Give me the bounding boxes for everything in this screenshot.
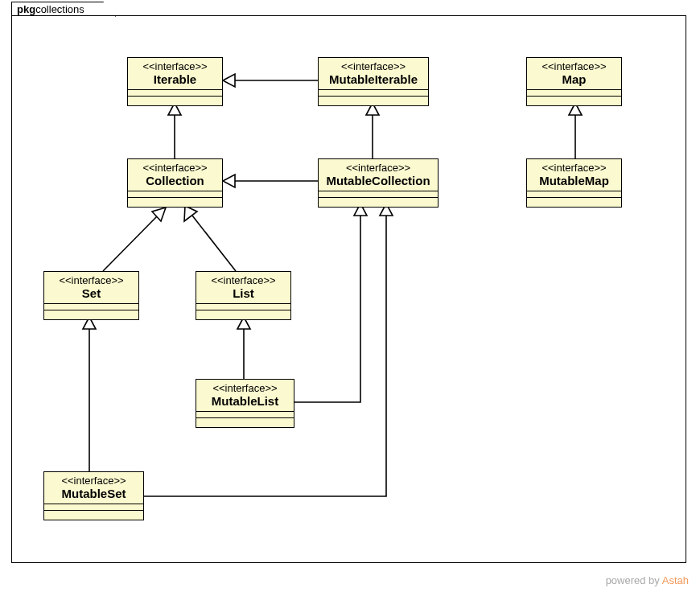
stereotype: <<interface>> <box>319 58 428 72</box>
footer-brand: Astah <box>662 574 689 586</box>
diagram-canvas: pkgcollections <box>0 0 700 592</box>
class-name: MutableMap <box>527 174 621 191</box>
footer-text: powered by <box>606 574 662 586</box>
class-name: MutableIterable <box>319 72 428 89</box>
node-list: <<interface>> List <box>196 271 291 320</box>
node-mutable-iterable: <<interface>> MutableIterable <box>318 57 429 106</box>
node-mutable-collection: <<interface>> MutableCollection <box>318 158 439 208</box>
stereotype: <<interface>> <box>44 472 143 487</box>
class-name: MutableList <box>196 394 294 411</box>
class-name: Set <box>44 286 138 303</box>
class-name: Iterable <box>128 72 222 89</box>
node-set: <<interface>> Set <box>43 271 139 320</box>
stereotype: <<interface>> <box>128 58 222 72</box>
svg-line-10 <box>103 216 158 271</box>
stereotype: <<interface>> <box>196 380 294 394</box>
node-mutable-list: <<interface>> MutableList <box>196 379 294 428</box>
class-name: List <box>196 286 290 303</box>
stereotype: <<interface>> <box>196 272 290 286</box>
stereotype: <<interface>> <box>44 272 138 286</box>
footer: powered by Astah <box>606 574 689 586</box>
stereotype: <<interface>> <box>319 159 438 174</box>
class-name: MutableCollection <box>319 174 438 191</box>
class-name: Collection <box>128 174 222 191</box>
node-collection: <<interface>> Collection <box>127 158 223 208</box>
node-mutable-map: <<interface>> MutableMap <box>526 158 622 208</box>
svg-marker-7 <box>223 175 235 187</box>
stereotype: <<interface>> <box>527 159 621 174</box>
svg-marker-3 <box>223 74 235 87</box>
stereotype: <<interface>> <box>128 159 222 174</box>
node-iterable: <<interface>> Iterable <box>127 57 223 106</box>
stereotype: <<interface>> <box>527 58 621 72</box>
svg-line-12 <box>192 216 236 271</box>
class-name: MutableSet <box>44 487 143 504</box>
node-map: <<interface>> Map <box>526 57 622 106</box>
node-mutable-set: <<interface>> MutableSet <box>43 471 144 520</box>
class-name: Map <box>527 72 621 89</box>
